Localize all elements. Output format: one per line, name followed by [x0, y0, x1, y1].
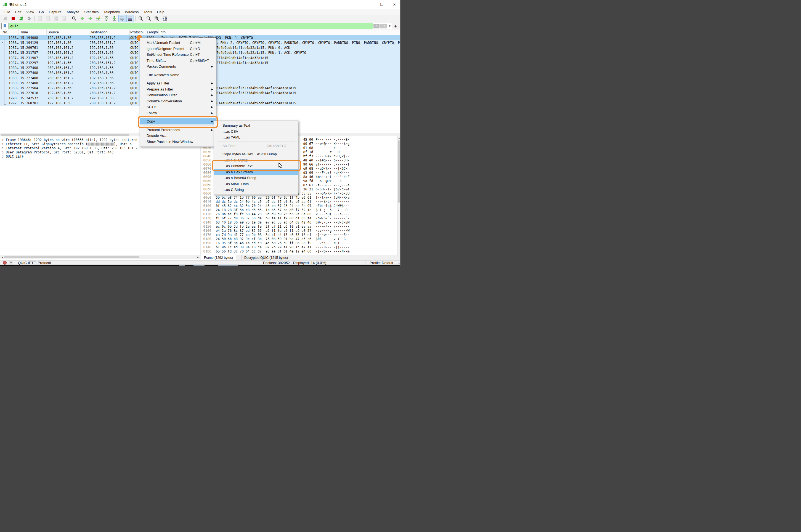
- close-button[interactable]: ✕: [388, 0, 400, 9]
- column-separator[interactable]: [129, 30, 130, 35]
- status-profile[interactable]: Profile: Default: [370, 261, 393, 265]
- hex-row[interactable]: 00e05b bc e8 74 1b 77 09 aa 29 6f 4e 9d …: [201, 196, 401, 200]
- menu-item-decode-as-[interactable]: Decode As…: [140, 133, 216, 139]
- expand-chevron-icon[interactable]: ❯: [2, 147, 4, 150]
- filter-clear-button[interactable]: ✕: [373, 24, 379, 28]
- window-resize-grip[interactable]: [398, 261, 400, 264]
- column-header-length[interactable]: Length: [147, 30, 158, 34]
- menu-item-apply-as-filter[interactable]: Apply as Filter▶: [140, 80, 216, 87]
- minimize-button[interactable]: —: [363, 0, 375, 9]
- menubar-item-wireless[interactable]: Wireless: [122, 10, 141, 15]
- byte-view-tab[interactable]: Frame (1292 bytes): [201, 255, 236, 260]
- column-header-info[interactable]: Info: [160, 30, 166, 34]
- detail-line[interactable]: Frame 198646: 1292 bytes on wire (10336 …: [6, 138, 139, 142]
- menu-item-time-shift-[interactable]: Time Shift…Ctrl+Shift+T: [140, 58, 216, 64]
- column-separator[interactable]: [88, 30, 88, 35]
- filter-dropdown-caret[interactable]: ▼: [388, 24, 392, 27]
- hex-row[interactable]: 019016 95 3f 3a 4b 1a cd e0 4e b0 2b b9 …: [201, 241, 401, 245]
- menu-item--as-yaml[interactable]: …as YAML: [214, 134, 298, 140]
- hex-row[interactable]: 01000f 45 62 4c 82 5b 70 24 43 cb 57 23 …: [201, 204, 401, 208]
- detail-line[interactable]: Ethernet II, Src: GigaByteTech_3a:ea:fb …: [6, 142, 132, 146]
- menubar-item-edit[interactable]: Edit: [13, 10, 24, 15]
- open-file-icon[interactable]: [36, 15, 43, 22]
- zoom-in-icon[interactable]: [137, 15, 144, 22]
- detail-line[interactable]: Internet Protocol Version 4, Src: 192.16…: [6, 146, 137, 150]
- hex-row[interactable]: 0160e4 3a 76 8c 87 ed 83 67 b2 f1 fd c6 …: [201, 229, 401, 233]
- hex-row[interactable]: 014063 40 18 3b a9 75 1e da e7 ec 55 ad …: [201, 221, 401, 225]
- hex-row[interactable]: 0150ec 0c 0b 3d fb 2a ea fe 2f c7 11 b3 …: [201, 225, 401, 229]
- zoom-reset-icon[interactable]: [153, 15, 160, 22]
- menu-item--as-csv[interactable]: …as CSV: [214, 129, 298, 135]
- go-first-icon[interactable]: [103, 15, 110, 22]
- details-hscrollbar[interactable]: ◄ ►: [0, 255, 200, 259]
- column-header-no[interactable]: No.: [2, 30, 8, 34]
- bytes-vscroll-thumb[interactable]: [398, 140, 400, 203]
- zoom-out-icon[interactable]: [145, 15, 152, 22]
- filter-bookmark-button[interactable]: [2, 23, 8, 29]
- detail-line[interactable]: QUIC IETF: [6, 154, 24, 158]
- scroll-up-arrow-icon[interactable]: ▲: [398, 137, 400, 140]
- menu-item-show-packet-in-new-window[interactable]: Show Packet in New Window: [140, 139, 216, 145]
- expand-chevron-icon[interactable]: ❯: [2, 142, 4, 146]
- go-back-icon[interactable]: [78, 15, 86, 22]
- hex-row[interactable]: 018024 30 6b b8 97 9c cf 8b 76 0b 59 91 …: [201, 237, 401, 241]
- menu-item-prepare-as-filter[interactable]: Prepare as Filter▶: [140, 87, 216, 92]
- hex-row[interactable]: 00f0dd dc 3e dc 24 0b 4c c5 e7 dc f7 df …: [201, 200, 401, 204]
- reload-file-icon[interactable]: [60, 15, 67, 22]
- menubar-item-go[interactable]: Go: [36, 10, 46, 15]
- menu-item-mark-unmark-packet[interactable]: Mark/Unmark PacketCtrl+M: [140, 40, 216, 46]
- find-packet-icon[interactable]: [70, 15, 78, 22]
- hex-row[interactable]: 01b0b5 5b fd 3c 70 b4 dc d7 93 aa 0f b1 …: [201, 249, 401, 253]
- hex-row[interactable]: 012076 8a ae f3 fc 68 44 28 9d d9 b9 73 …: [201, 212, 401, 216]
- expand-chevron-icon[interactable]: ❯: [2, 151, 4, 154]
- packet-list-hscroll-thumb[interactable]: [1, 134, 129, 136]
- close-file-icon[interactable]: [52, 15, 59, 22]
- capture-options-icon[interactable]: ⚙: [25, 15, 33, 22]
- go-forward-icon[interactable]: [87, 15, 94, 22]
- column-separator[interactable]: [18, 30, 19, 35]
- expand-chevron-icon[interactable]: ❯: [2, 138, 4, 141]
- menu-item--as-a-base64-string[interactable]: …as a Base64 String: [214, 175, 298, 181]
- go-last-icon[interactable]: [110, 15, 118, 22]
- display-filter-input[interactable]: quic: [8, 23, 373, 29]
- menubar-item-file[interactable]: File: [2, 10, 13, 15]
- menu-item-packet-comments[interactable]: Packet Comments▶: [140, 63, 216, 70]
- menu-item-sctp[interactable]: SCTP▶: [140, 104, 216, 110]
- menu-item-follow[interactable]: Follow▶: [140, 110, 216, 116]
- menu-item-set-unset-time-reference[interactable]: Set/Unset Time ReferenceCtrl+T: [140, 52, 216, 58]
- menu-item--as-c-string[interactable]: …as C String: [214, 187, 298, 193]
- hex-row[interactable]: 01a0b1 9b 1c ad 38 84 16 c4 87 7b 29 a1 …: [201, 245, 401, 249]
- details-hscroll-thumb[interactable]: [4, 256, 139, 258]
- capture-stop-icon[interactable]: [10, 15, 17, 22]
- menubar-item-analyze[interactable]: Analyze: [64, 10, 82, 15]
- menubar-item-capture[interactable]: Capture: [46, 10, 64, 15]
- column-header-destination[interactable]: Destination: [90, 30, 108, 34]
- column-header-time[interactable]: Time: [20, 30, 28, 34]
- capture-restart-icon[interactable]: [17, 15, 25, 22]
- go-to-packet-icon[interactable]: [94, 15, 102, 22]
- column-separator[interactable]: [159, 30, 159, 35]
- save-file-icon[interactable]: 01010110: [44, 15, 51, 22]
- byte-view-tab[interactable]: Decrypted QUIC (1215 bytes): [241, 255, 291, 260]
- expand-chevron-icon[interactable]: ❯: [2, 155, 4, 158]
- scroll-right-arrow-icon[interactable]: ►: [197, 256, 199, 259]
- menubar-item-statistics[interactable]: Statistics: [82, 10, 101, 15]
- menu-item--as-mime-data[interactable]: …as MIME Data: [214, 181, 298, 187]
- resize-columns-icon[interactable]: [161, 15, 168, 22]
- maximize-button[interactable]: ☐: [375, 0, 388, 9]
- filter-apply-button[interactable]: ➜: [380, 24, 387, 28]
- auto-scroll-icon[interactable]: [118, 15, 126, 22]
- detail-line[interactable]: User Datagram Protocol, Src Port: 52361,…: [6, 150, 113, 154]
- menubar-item-tools[interactable]: Tools: [141, 10, 154, 15]
- capture-start-icon[interactable]: [1, 15, 9, 22]
- bytes-vscrollbar[interactable]: ▲: [397, 136, 401, 255]
- menu-item-colorize-conversation[interactable]: Colorize Conversation▶: [140, 98, 216, 104]
- hex-row[interactable]: 0130f1 6f 77 d8 36 37 60 de b8 fe a1 f9 …: [201, 216, 401, 221]
- menubar-item-help[interactable]: Help: [154, 10, 167, 15]
- hex-row[interactable]: 0170ca 7d 9a d1 77 ca 9b 08 3d c1 a4 f5 …: [201, 233, 401, 237]
- menu-item-ignore-unignore-packet[interactable]: Ignore/Unignore PacketCtrl+D: [140, 46, 216, 52]
- menu-item-summary-as-text[interactable]: Summary as Text: [214, 122, 298, 129]
- capture-comment-icon[interactable]: ✎: [9, 261, 13, 265]
- column-header-protocol[interactable]: Protocol: [130, 30, 144, 34]
- hex-row[interactable]: 011024 18 28 8f 3b c8 d3 33 1b b3 37 ba …: [201, 208, 401, 212]
